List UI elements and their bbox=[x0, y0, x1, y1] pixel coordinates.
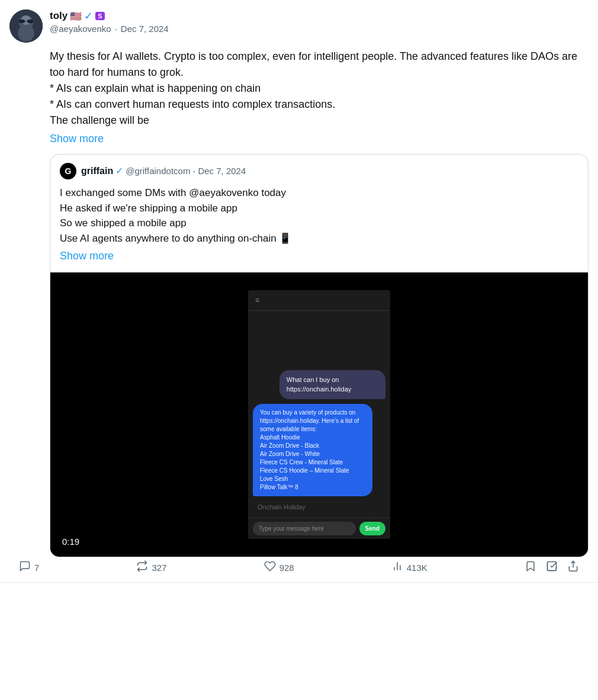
phone-top-bar: ≡ bbox=[248, 290, 390, 311]
quoted-header: G griffain ✓ @griffaindotcom · Dec 7, 20… bbox=[60, 163, 578, 179]
svg-rect-3 bbox=[19, 20, 25, 23]
reply-action[interactable]: 7 bbox=[19, 560, 39, 575]
quoted-separator-dot: · bbox=[192, 163, 195, 179]
tweet-body: My thesis for AI wallets. Crypto is too … bbox=[50, 49, 589, 557]
tweet-text-line-3: * AIs can convert human requests into co… bbox=[50, 97, 589, 113]
svg-point-6 bbox=[18, 25, 34, 41]
ai-response-line-4: Air Zoom Drive - White bbox=[260, 451, 320, 457]
user-info: toly 🇺🇸 ✓ S @aeyakovenko · Dec 7, 2024 bbox=[50, 9, 169, 34]
quoted-line-3: So we shipped a mobile app bbox=[60, 216, 578, 231]
reply-count: 7 bbox=[34, 563, 39, 573]
app-label: Onchain Holiday bbox=[253, 501, 385, 513]
quoted-user-info: griffain ✓ @griffaindotcom · Dec 7, 2024 bbox=[81, 163, 246, 179]
phone-bottom-bar: Type your message here Send bbox=[248, 518, 390, 539]
like-action[interactable]: 928 bbox=[264, 560, 294, 575]
show-more-button[interactable]: Show more bbox=[50, 131, 589, 147]
quoted-verified-badge: ✓ bbox=[115, 164, 123, 178]
quoted-line-1: I exchanged some DMs with @aeyakovenko t… bbox=[60, 185, 578, 201]
ai-response-line-7: Love Sesh bbox=[260, 476, 288, 482]
reply-icon bbox=[19, 560, 31, 575]
chat-bubble-ai: You can buy a variety of products on htt… bbox=[253, 404, 372, 496]
quoted-date: Dec 7, 2024 bbox=[198, 165, 246, 178]
tweet-text-line-2: * AIs can explain what is happening on c… bbox=[50, 81, 589, 97]
svg-rect-4 bbox=[27, 20, 33, 23]
video-placeholder: ≡ What can I buy on https://onchain.holi… bbox=[50, 272, 588, 557]
send-button[interactable]: Send bbox=[359, 522, 385, 535]
quoted-avatar-letter: G bbox=[65, 165, 72, 178]
avatar-image bbox=[9, 9, 43, 43]
ai-response-line-1: You can buy a variety of products on htt… bbox=[260, 409, 359, 432]
bookmark-alt-icon[interactable] bbox=[546, 560, 558, 575]
tweet-date[interactable]: Dec 7, 2024 bbox=[121, 24, 169, 34]
right-actions bbox=[525, 560, 579, 575]
flag-badge: 🇺🇸 bbox=[70, 11, 82, 22]
quoted-tweet-content: G griffain ✓ @griffaindotcom · Dec 7, 20… bbox=[50, 155, 588, 272]
views-count: 413K bbox=[407, 563, 427, 573]
ai-response-line-2: Asphalt Hoodie bbox=[260, 434, 300, 441]
display-name[interactable]: toly bbox=[50, 10, 67, 22]
quoted-username[interactable]: @griffaindotcom bbox=[126, 165, 190, 178]
quoted-tweet[interactable]: G griffain ✓ @griffaindotcom · Dec 7, 20… bbox=[50, 154, 589, 557]
quoted-line-4: Use AI agents anywhere to do anything on… bbox=[60, 231, 578, 246]
ai-response-line-3: Air Zoom Drive - Black bbox=[260, 442, 319, 449]
tweet-actions-row: 7 327 928 bbox=[9, 557, 589, 582]
user-name-row: toly 🇺🇸 ✓ S bbox=[50, 9, 169, 23]
verified-badge: ✓ bbox=[84, 9, 93, 23]
bookmark-icon[interactable] bbox=[525, 560, 536, 575]
retweet-action[interactable]: 327 bbox=[136, 560, 166, 575]
retweet-icon bbox=[136, 560, 148, 575]
video-timestamp: 0:19 bbox=[57, 534, 84, 550]
quoted-media[interactable]: ≡ What can I buy on https://onchain.holi… bbox=[50, 272, 588, 557]
share-icon[interactable] bbox=[567, 560, 579, 575]
quoted-display-name[interactable]: griffain bbox=[81, 164, 113, 178]
avatar[interactable] bbox=[9, 9, 43, 43]
phone-screen: ≡ What can I buy on https://onchain.holi… bbox=[248, 290, 390, 539]
phone-chat-area: What can I buy on https://onchain.holida… bbox=[248, 311, 390, 518]
solana-badge: S bbox=[95, 12, 104, 20]
quoted-line-2: He asked if we're shipping a mobile app bbox=[60, 201, 578, 216]
chat-input[interactable]: Type your message here bbox=[253, 522, 356, 535]
ai-response-line-8: Pillow Talk™ 8 bbox=[260, 484, 298, 490]
tweet-text-line-4: The challenge will be bbox=[50, 113, 589, 129]
chat-bubble-user: What can I buy on https://onchain.holida… bbox=[279, 370, 385, 399]
quoted-show-more-button[interactable]: Show more bbox=[60, 248, 578, 264]
tweet-text-line-1: My thesis for AI wallets. Crypto is too … bbox=[50, 49, 589, 81]
svg-rect-10 bbox=[547, 562, 556, 571]
phone-mockup: ≡ What can I buy on https://onchain.holi… bbox=[248, 290, 390, 539]
separator-dot: · bbox=[115, 24, 117, 34]
tweet-card: toly 🇺🇸 ✓ S @aeyakovenko · Dec 7, 2024 M… bbox=[0, 0, 598, 583]
retweet-count: 327 bbox=[152, 563, 166, 573]
views-icon bbox=[391, 560, 403, 575]
like-icon bbox=[264, 560, 276, 575]
username[interactable]: @aeyakovenko bbox=[50, 24, 111, 34]
quoted-body: I exchanged some DMs with @aeyakovenko t… bbox=[60, 185, 578, 264]
tweet-header: toly 🇺🇸 ✓ S @aeyakovenko · Dec 7, 2024 bbox=[9, 9, 589, 43]
ai-response-line-5: Fleece CS Crew - Mineral Slate bbox=[260, 459, 343, 465]
like-count: 928 bbox=[279, 563, 294, 573]
quoted-avatar: G bbox=[60, 163, 76, 179]
username-row: @aeyakovenko · Dec 7, 2024 bbox=[50, 24, 169, 34]
ai-response-line-6: Fleece CS Hoodie – Mineral Slate bbox=[260, 467, 349, 474]
menu-icon: ≡ bbox=[255, 296, 259, 304]
views-action[interactable]: 413K bbox=[391, 560, 427, 575]
